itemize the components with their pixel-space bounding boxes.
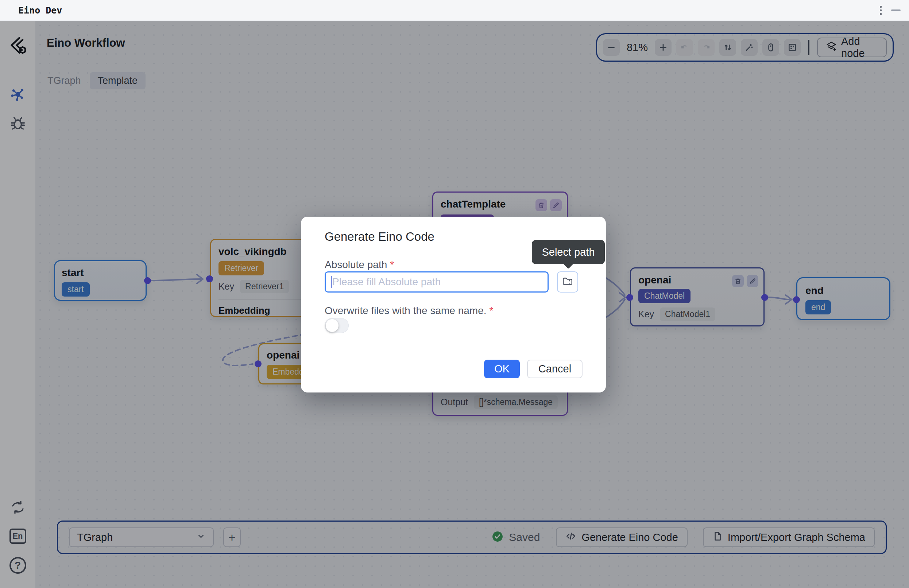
required-marker: * — [489, 305, 494, 316]
overwrite-label: Overwrite files with the same name.* — [325, 305, 493, 317]
toggle-knob — [326, 319, 339, 332]
overwrite-toggle[interactable] — [325, 318, 349, 333]
window-titlebar: Eino Dev — [0, 0, 909, 21]
minimize-icon[interactable] — [891, 10, 901, 11]
select-path-tooltip: Select path — [532, 240, 605, 264]
modal-title: Generate Eino Code — [325, 230, 434, 244]
ok-button[interactable]: OK — [484, 360, 520, 378]
window-menu-icon[interactable] — [878, 6, 883, 15]
select-path-button[interactable] — [557, 271, 578, 292]
required-marker: * — [390, 259, 394, 270]
text-caret — [331, 276, 332, 288]
absolute-path-label: Absolute path* — [325, 259, 394, 271]
cancel-button[interactable]: Cancel — [527, 360, 583, 378]
app-title: Eino Dev — [18, 0, 62, 21]
folder-icon — [562, 275, 573, 289]
absolute-path-input[interactable] — [325, 271, 549, 292]
